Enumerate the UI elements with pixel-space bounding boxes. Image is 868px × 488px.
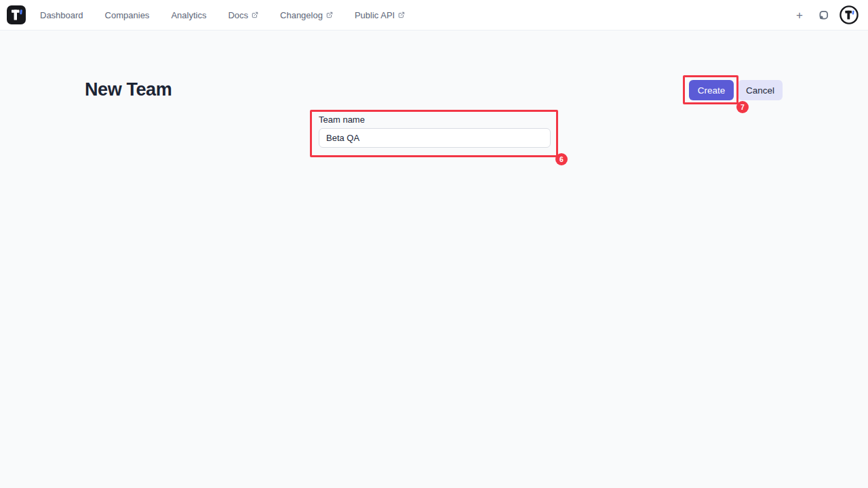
plus-icon[interactable]: + — [792, 7, 807, 22]
nav-menu: Dashboard Companies Analytics Docs Chang… — [40, 10, 405, 20]
nav-item-label: Dashboard — [40, 10, 83, 20]
nav-item-companies[interactable]: Companies — [105, 10, 150, 20]
team-name-input[interactable] — [319, 128, 551, 148]
nav-item-analytics[interactable]: Analytics — [171, 10, 206, 20]
nav-item-changelog[interactable]: Changelog — [280, 10, 333, 20]
annotation-badge-6: 6 — [555, 153, 568, 165]
nav-item-label: Docs — [228, 10, 248, 20]
main-content: New Team Create Cancel Team name 6 7 — [0, 30, 868, 488]
user-avatar[interactable] — [840, 5, 859, 24]
announcements-icon[interactable] — [817, 9, 829, 21]
external-link-icon — [326, 12, 333, 18]
nav-right-actions: + — [792, 5, 859, 24]
page-title: New Team — [85, 79, 172, 100]
external-link-icon — [252, 12, 258, 18]
nav-item-label: Changelog — [280, 10, 323, 20]
cancel-button[interactable]: Cancel — [738, 80, 783, 100]
team-name-field-group: Team name — [319, 115, 551, 148]
nav-item-label: Public API — [355, 10, 395, 20]
nav-item-dashboard[interactable]: Dashboard — [40, 10, 83, 20]
annotation-badge-7: 7 — [736, 101, 749, 113]
nav-item-label: Companies — [105, 10, 150, 20]
app-logo-icon[interactable] — [7, 5, 26, 24]
nav-item-docs[interactable]: Docs — [228, 10, 258, 20]
nav-item-label: Analytics — [171, 10, 206, 20]
team-name-label: Team name — [319, 115, 551, 125]
top-navigation: Dashboard Companies Analytics Docs Chang… — [0, 0, 868, 30]
external-link-icon — [398, 12, 405, 18]
nav-item-public-api[interactable]: Public API — [355, 10, 405, 20]
create-button[interactable]: Create — [689, 80, 734, 100]
